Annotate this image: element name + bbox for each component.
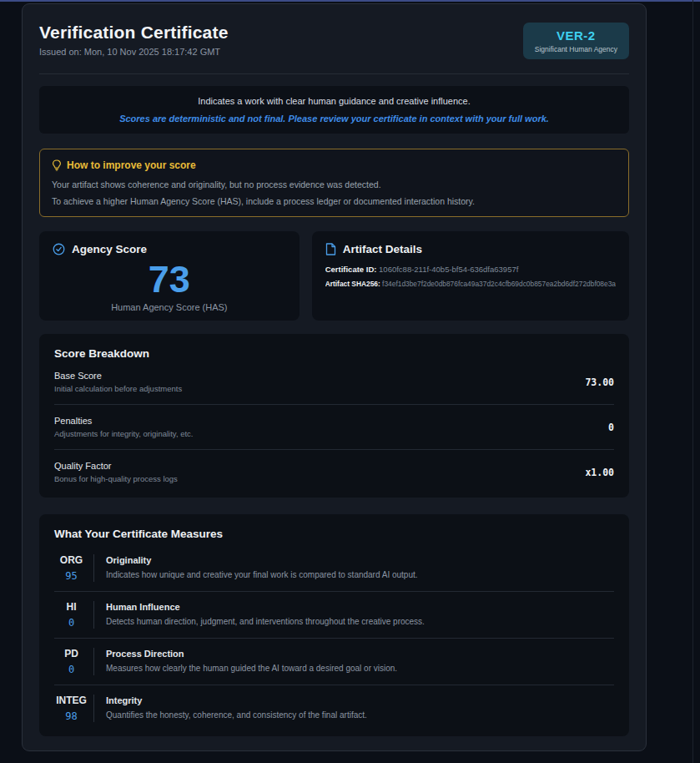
- measure-key: HI 0: [54, 601, 94, 629]
- measure-abbr: HI: [54, 601, 88, 613]
- measure-abbr: ORG: [54, 554, 88, 566]
- breakdown-row-text: Base Score Initial calculation before ad…: [54, 371, 182, 393]
- artifact-details-title: Artifact Details: [343, 243, 422, 255]
- lightbulb-icon: [52, 159, 62, 171]
- breakdown-row-text: Quality Factor Bonus for high-quality pr…: [54, 461, 178, 483]
- score-breakdown-title: Score Breakdown: [54, 347, 614, 360]
- has-score-value: 73: [53, 260, 286, 298]
- measure-row-integrity: INTEG 98 Integrity Quantifies the honest…: [54, 685, 614, 731]
- measure-row-process-direction: PD 0 Process Direction Measures how clea…: [54, 639, 614, 685]
- header-divider: [39, 73, 629, 74]
- summary-line: Indicates a work with clear human guidan…: [48, 96, 621, 106]
- breakdown-row-penalties: Penalties Adjustments for integrity, ori…: [54, 405, 614, 450]
- measure-desc: Measures how clearly the human guided th…: [106, 664, 397, 673]
- measure-key: ORG 95: [54, 554, 94, 582]
- summary-disclaimer: Scores are deterministic and not final. …: [48, 114, 621, 124]
- measure-score: 98: [54, 710, 88, 722]
- certificate-card: Verification Certificate Issued on: Mon,…: [22, 3, 647, 751]
- page-title: Verification Certificate: [39, 23, 229, 43]
- breakdown-desc: Bonus for high-quality process logs: [54, 474, 178, 483]
- improve-title-row: How to improve your score: [52, 159, 617, 171]
- agency-score-title: Agency Score: [72, 243, 147, 255]
- badge-label: Significant Human Agency: [535, 45, 617, 53]
- agency-score-title-row: Agency Score: [53, 243, 286, 255]
- measure-row-human-influence: HI 0 Human Influence Detects human direc…: [54, 592, 614, 639]
- agency-score-panel: Agency Score 73 Human Agency Score (HAS): [39, 231, 300, 321]
- breakdown-desc: Initial calculation before adjustments: [54, 384, 182, 393]
- issued-timestamp: Issued on: Mon, 10 Nov 2025 18:17:42 GMT: [39, 47, 229, 57]
- breakdown-label: Penalties: [54, 416, 194, 426]
- measure-score: 0: [54, 617, 88, 629]
- measure-key: INTEG 98: [54, 695, 94, 722]
- score-breakdown-box: Score Breakdown Base Score Initial calcu…: [39, 334, 629, 498]
- summary-box: Indicates a work with clear human guidan…: [39, 86, 629, 134]
- breakdown-row-base-score: Base Score Initial calculation before ad…: [54, 360, 614, 405]
- breakdown-desc: Adjustments for integrity, originality, …: [54, 429, 194, 438]
- measure-score: 95: [54, 570, 88, 582]
- measure-desc: Quantifies the honesty, coherence, and c…: [106, 710, 367, 720]
- breakdown-value: 73.00: [585, 376, 614, 388]
- improve-title: How to improve your score: [67, 159, 196, 171]
- breakdown-row-text: Penalties Adjustments for integrity, ori…: [54, 416, 194, 438]
- artifact-sha-label: Artifact SHA256:: [325, 280, 380, 288]
- certificate-id-row: Certificate ID: 1060fc88-211f-40b5-bf54-…: [325, 265, 616, 274]
- browser-top-strip: [0, 0, 700, 2]
- header-text: Verification Certificate Issued on: Mon,…: [39, 23, 229, 57]
- measure-desc: Detects human direction, judgment, and i…: [106, 617, 425, 626]
- check-circle-icon: [53, 243, 65, 255]
- measure-label: Human Influence: [106, 602, 425, 612]
- breakdown-value: x1.00: [585, 467, 614, 478]
- score-and-artifact-grid: Agency Score 73 Human Agency Score (HAS)…: [39, 231, 629, 321]
- verification-level-badge: VER-2 Significant Human Agency: [523, 23, 629, 59]
- certificate-id-value: 1060fc88-211f-40b5-bf54-636dfa63957f: [379, 265, 518, 274]
- measure-row-originality: ORG 95 Originality Indicates how unique …: [54, 545, 614, 592]
- improve-line-2: To achieve a higher Human Agency Score (…: [52, 196, 617, 206]
- measure-key: PD 0: [54, 648, 94, 675]
- measure-info: Originality Indicates how unique and cre…: [106, 554, 418, 582]
- artifact-details-panel: Artifact Details Certificate ID: 1060fc8…: [312, 231, 629, 321]
- improve-score-box: How to improve your score Your artifact …: [39, 149, 629, 217]
- artifact-details-title-row: Artifact Details: [325, 243, 616, 255]
- badge-code: VER-2: [535, 28, 617, 43]
- artifact-sha-value: f34ef1d3be7f2de0db876fca49a37d2c4cfb69dc…: [382, 280, 616, 288]
- certificate-id-label: Certificate ID:: [325, 265, 377, 274]
- measure-label: Originality: [106, 555, 418, 565]
- measure-score: 0: [54, 664, 88, 675]
- breakdown-row-quality-factor: Quality Factor Bonus for high-quality pr…: [54, 450, 614, 494]
- breakdown-label: Quality Factor: [54, 461, 178, 471]
- measure-info: Integrity Quantifies the honesty, cohere…: [106, 695, 367, 722]
- measure-abbr: PD: [54, 648, 88, 659]
- measure-abbr: INTEG: [54, 695, 88, 706]
- measures-box: What Your Certificate Measures ORG 95 Or…: [39, 514, 629, 736]
- breakdown-label: Base Score: [54, 371, 182, 381]
- measure-info: Process Direction Measures how clearly t…: [106, 648, 397, 675]
- measure-info: Human Influence Detects human direction,…: [106, 601, 425, 629]
- measure-label: Integrity: [106, 695, 367, 705]
- artifact-sha-row: Artifact SHA256: f34ef1d3be7f2de0db876fc…: [325, 280, 616, 288]
- has-score-label: Human Agency Score (HAS): [53, 302, 286, 312]
- improve-line-1: Your artifact shows coherence and origin…: [52, 179, 617, 189]
- scrollbar-track[interactable]: [692, 0, 693, 763]
- measure-label: Process Direction: [106, 649, 397, 659]
- document-icon: [325, 243, 336, 255]
- header: Verification Certificate Issued on: Mon,…: [39, 23, 629, 59]
- measures-title: What Your Certificate Measures: [54, 528, 614, 540]
- breakdown-value: 0: [608, 422, 614, 433]
- measure-desc: Indicates how unique and creative your f…: [106, 570, 418, 579]
